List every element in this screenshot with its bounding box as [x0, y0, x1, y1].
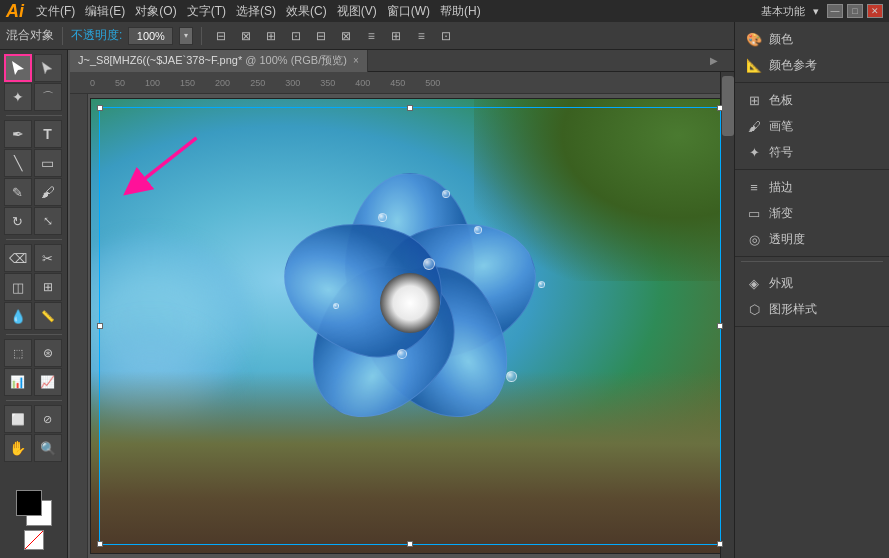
left-toolbar: ✦ ⌒ ✒ T ╲ ▭ ✎ 🖌 ↻ ⤡ ⌫ ✂ ◫ ⊞ 💧 📏 ⬚ ⊛ 📊 📈 …: [0, 50, 68, 558]
scissors-tool-button[interactable]: ✂: [34, 244, 62, 272]
symbols-icon: ✦: [745, 143, 763, 161]
gradient-label: 渐变: [769, 205, 793, 222]
menu-effect[interactable]: 效果(C): [286, 3, 327, 20]
type-tool-button[interactable]: T: [34, 120, 62, 148]
align-icon-3[interactable]: ⊞: [260, 26, 282, 46]
pen-tool-button[interactable]: ✒: [4, 120, 32, 148]
color-icon: 🎨: [745, 30, 763, 48]
magic-wand-tool-button[interactable]: ✦: [4, 83, 32, 111]
artboard-tool-button[interactable]: ⬜: [4, 405, 32, 433]
lasso-tool-button[interactable]: ⌒: [34, 83, 62, 111]
align-icon-5[interactable]: ⊟: [310, 26, 332, 46]
menu-object[interactable]: 对象(O): [135, 3, 176, 20]
ruler-marks-top: 050100150200250300350400450500: [90, 78, 440, 88]
graphic-styles-panel-item[interactable]: ⬡ 图形样式: [741, 296, 883, 322]
menu-help[interactable]: 帮助(H): [440, 3, 481, 20]
align-icon-1[interactable]: ⊟: [210, 26, 232, 46]
appearance-icon: ◈: [745, 274, 763, 292]
transparency-panel-item[interactable]: ◎ 透明度: [741, 226, 883, 252]
rect-tool-button[interactable]: ▭: [34, 149, 62, 177]
none-swatch[interactable]: [24, 530, 44, 550]
tool-sep-2: [6, 239, 62, 240]
tab-scroll-right[interactable]: ▶: [707, 50, 721, 72]
appearance-panel-item[interactable]: ◈ 外观: [741, 270, 883, 296]
color-swatches: [16, 490, 52, 558]
maximize-button[interactable]: □: [847, 4, 863, 18]
color-reference-panel-item[interactable]: 📐 颜色参考: [741, 52, 883, 78]
title-bar: Ai 文件(F) 编辑(E) 对象(O) 文字(T) 选择(S) 效果(C) 视…: [0, 0, 889, 22]
slice-tool-button[interactable]: ⊘: [34, 405, 62, 433]
droplet-4: [538, 281, 545, 288]
blend-tool-button[interactable]: ⬚: [4, 339, 32, 367]
stroke-panel-item[interactable]: ≡ 描边: [741, 174, 883, 200]
opacity-dropdown-arrow[interactable]: ▾: [179, 27, 193, 45]
cursor-icon: [10, 60, 26, 76]
main-flower: [250, 143, 570, 463]
graph2-button[interactable]: 📈: [34, 368, 62, 396]
column-graph-button[interactable]: 📊: [4, 368, 32, 396]
flower-center: [380, 273, 440, 333]
color-panel-item[interactable]: 🎨 颜色: [741, 26, 883, 52]
right-panel: 🎨 颜色 📐 颜色参考 ⊞ 色板 🖌 画笔 ✦ 符号 ≡ 描边 ▭ 渐变: [734, 22, 889, 558]
fg-bg-swatches[interactable]: [16, 490, 52, 526]
foreground-color-swatch[interactable]: [16, 490, 42, 516]
tool-row-rotate: ↻ ⤡: [4, 207, 64, 235]
options-icons: ⊟ ⊠ ⊞ ⊡ ⊟ ⊠ ≡ ⊞ ≡ ⊡: [210, 26, 457, 46]
align-icon-4[interactable]: ⊡: [285, 26, 307, 46]
brush-tool-button[interactable]: 🖌: [34, 178, 62, 206]
droplet-2: [474, 226, 482, 234]
menu-window[interactable]: 窗口(W): [387, 3, 430, 20]
direct-cursor-icon: [40, 60, 56, 76]
transparency-label: 透明度: [769, 231, 805, 248]
menu-select[interactable]: 选择(S): [236, 3, 276, 20]
close-button[interactable]: ✕: [867, 4, 883, 18]
brushes-panel-item[interactable]: 🖌 画笔: [741, 113, 883, 139]
selection-tool-button[interactable]: [4, 54, 32, 82]
tool-row-hand: ✋ 🔍: [4, 434, 64, 462]
menu-file[interactable]: 文件(F): [36, 3, 75, 20]
distribute-icon-4[interactable]: ⊡: [435, 26, 457, 46]
opacity-label[interactable]: 不透明度:: [71, 27, 122, 44]
minimize-button[interactable]: —: [827, 4, 843, 18]
opacity-input[interactable]: [128, 27, 173, 45]
droplet-8: [442, 190, 450, 198]
line-tool-button[interactable]: ╲: [4, 149, 32, 177]
tool-row-pen: ✒ T: [4, 120, 64, 148]
color-label: 颜色: [769, 31, 793, 48]
gradient-tool-button[interactable]: ◫: [4, 273, 32, 301]
align-icon-6[interactable]: ⊠: [335, 26, 357, 46]
tool-sep-3: [6, 334, 62, 335]
menu-type[interactable]: 文字(T): [187, 3, 226, 20]
distribute-icon-3[interactable]: ≡: [410, 26, 432, 46]
title-right-controls: 基本功能 ▾ — □ ✕: [761, 4, 883, 19]
workspace-arrow[interactable]: ▾: [813, 5, 819, 18]
menu-view[interactable]: 视图(V): [337, 3, 377, 20]
hand-tool-button[interactable]: ✋: [4, 434, 32, 462]
gradient-panel-item[interactable]: ▭ 渐变: [741, 200, 883, 226]
symbols-panel-item[interactable]: ✦ 符号: [741, 139, 883, 165]
tab-close-button[interactable]: ×: [353, 55, 359, 66]
swatches-panel-item[interactable]: ⊞ 色板: [741, 87, 883, 113]
direct-select-tool-button[interactable]: [34, 54, 62, 82]
scale-tool-button[interactable]: ⤡: [34, 207, 62, 235]
eraser-tool-button[interactable]: ⌫: [4, 244, 32, 272]
document-tab[interactable]: J~_S8[MHZ6((~$JAE`378~F.png* @ 100% (RGB…: [70, 50, 368, 72]
menu-edit[interactable]: 编辑(E): [85, 3, 125, 20]
eyedropper-tool-button[interactable]: 💧: [4, 302, 32, 330]
workspace-label[interactable]: 基本功能: [761, 4, 805, 19]
stroke-label: 描边: [769, 179, 793, 196]
rotate-tool-button[interactable]: ↻: [4, 207, 32, 235]
pencil-tool-button[interactable]: ✎: [4, 178, 32, 206]
canvas-document[interactable]: [90, 98, 730, 554]
distribute-icon-2[interactable]: ⊞: [385, 26, 407, 46]
panel-separator-1: [741, 261, 883, 262]
zoom-tool-button[interactable]: 🔍: [34, 434, 62, 462]
mesh-tool-button[interactable]: ⊞: [34, 273, 62, 301]
symbol-spray-button[interactable]: ⊛: [34, 339, 62, 367]
distribute-icon-1[interactable]: ≡: [360, 26, 382, 46]
canvas-scrollbar-thumb[interactable]: [722, 76, 734, 136]
menu-bar: 文件(F) 编辑(E) 对象(O) 文字(T) 选择(S) 效果(C) 视图(V…: [36, 3, 761, 20]
align-icon-2[interactable]: ⊠: [235, 26, 257, 46]
tool-row-artboard: ⬜ ⊘: [4, 405, 64, 433]
measure-tool-button[interactable]: 📏: [34, 302, 62, 330]
